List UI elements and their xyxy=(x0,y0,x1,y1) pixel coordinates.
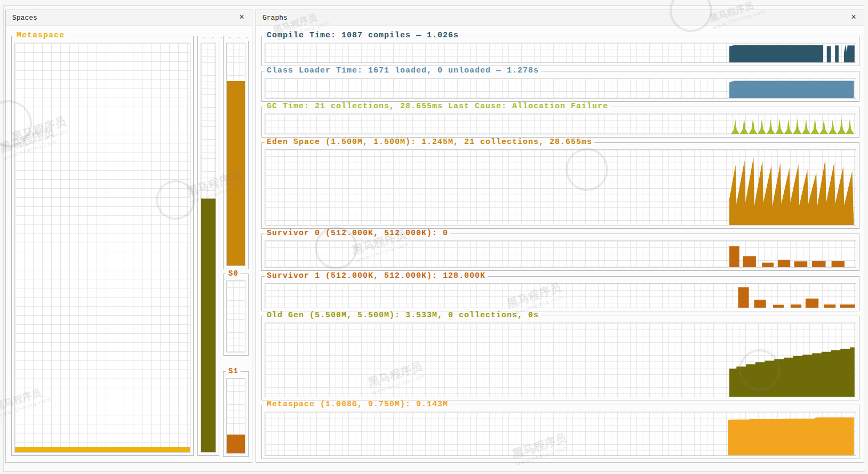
eden-graph-plot xyxy=(265,149,856,226)
oldgen-graph-title: Old Gen (5.500M, 5.500M): 3.533M, 0 coll… xyxy=(265,311,541,320)
eden-graph-title: Eden Space (1.500M, 1.500M): 1.245M, 21 … xyxy=(265,138,594,147)
class-loader-groupbox: Class Loader Time: 1671 loaded, 0 unload… xyxy=(261,71,859,102)
compile-time-title: Compile Time: 1087 compiles — 1.026s xyxy=(265,31,461,40)
oldgen-space-title: . . . xyxy=(201,33,226,41)
gc-time-plot xyxy=(265,114,856,134)
compile-time-plot xyxy=(265,43,856,63)
metaspace-space-gauge xyxy=(14,43,190,453)
class-loader-plot xyxy=(265,78,856,99)
graphs-panel-titlebar[interactable]: Graphs × xyxy=(256,10,864,26)
survivor1-graph-groupbox: Survivor 1 (512.000K, 512.000K): 128.000… xyxy=(261,276,859,311)
graphs-panel-title: Graphs xyxy=(262,14,288,22)
oldgen-graph-plot xyxy=(265,323,856,397)
spaces-panel-titlebar[interactable]: Spaces × xyxy=(6,10,252,26)
survivor0-space-groupbox: S0 xyxy=(223,274,249,356)
survivor0-graph-groupbox: Survivor 0 (512.000K, 512.000K): 0 xyxy=(261,234,859,271)
survivor0-graph-plot xyxy=(265,240,856,268)
metaspace-space-title: Metaspace xyxy=(14,31,67,40)
metaspace-graph-groupbox: Metaspace (1.008G, 9.750M): 9.143M xyxy=(261,405,859,459)
survivor0-graph-title: Survivor 0 (512.000K, 512.000K): 0 xyxy=(265,229,450,238)
spaces-panel-title: Spaces xyxy=(12,14,37,22)
survivor1-graph-title: Survivor 1 (512.000K, 512.000K): 128.000… xyxy=(265,272,488,280)
gc-time-title: GC Time: 21 collections, 28.655ms Last C… xyxy=(265,102,610,111)
survivor0-space-gauge xyxy=(226,280,245,352)
oldgen-graph-groupbox: Old Gen (5.500M, 5.500M): 3.533M, 0 coll… xyxy=(261,316,859,400)
survivor1-space-gauge xyxy=(226,378,245,454)
metaspace-graph-title: Metaspace (1.008G, 9.750M): 9.143M xyxy=(265,400,450,409)
graphs-panel: Graphs × Compile Time: 1087 compiles — 1… xyxy=(256,10,864,463)
spaces-panel: Spaces × Metaspace . . . . . . S0 S1 xyxy=(5,10,252,463)
oldgen-space-gauge xyxy=(201,43,216,453)
compile-time-groupbox: Compile Time: 1087 compiles — 1.026s xyxy=(261,36,859,66)
survivor0-gauge-title: S0 xyxy=(226,269,241,278)
survivor1-gauge-title: S1 xyxy=(226,367,241,375)
oldgen-space-groupbox: . . . xyxy=(197,36,219,456)
survivor1-space-groupbox: S1 xyxy=(223,371,249,457)
metaspace-graph-plot xyxy=(265,412,856,456)
graphs-close-icon[interactable]: × xyxy=(848,10,859,26)
gc-time-groupbox: GC Time: 21 collections, 28.655ms Last C… xyxy=(261,107,859,138)
class-loader-title: Class Loader Time: 1671 loaded, 0 unload… xyxy=(265,67,541,75)
survivor1-graph-plot xyxy=(265,283,856,308)
eden-space-gauge-title: . . . xyxy=(226,33,252,41)
eden-space-gauge xyxy=(226,43,245,266)
spaces-close-icon[interactable]: × xyxy=(236,10,248,26)
metaspace-space-groupbox: Metaspace xyxy=(11,36,194,456)
eden-graph-groupbox: Eden Space (1.500M, 1.500M): 1.245M, 21 … xyxy=(261,142,859,229)
eden-space-groupbox: . . . xyxy=(223,36,249,269)
